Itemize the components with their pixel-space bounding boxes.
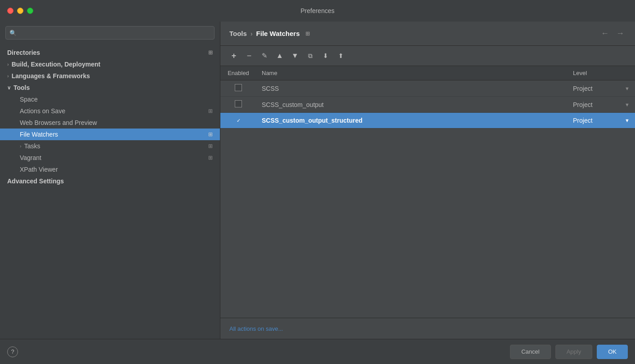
breadcrumb-settings-icon: ⊞: [305, 31, 310, 37]
content-area: Tools › File Watchers ⊞ ← → + − ✎ ▲ ▼ ⧉ …: [220, 22, 635, 339]
all-actions-on-save-link[interactable]: All actions on save...: [229, 325, 283, 332]
breadcrumb-separator: ›: [250, 30, 253, 37]
toolbar: + − ✎ ▲ ▼ ⧉ ⬇ ⬆: [220, 46, 635, 66]
search-box[interactable]: 🔍: [5, 26, 215, 40]
export-button[interactable]: ⬆: [335, 50, 347, 61]
sidebar-item-tasks[interactable]: › Tasks ⊞: [0, 140, 220, 152]
breadcrumb: Tools › File Watchers ⊞: [229, 30, 310, 37]
bottom-bar: ? Cancel Apply OK: [0, 339, 635, 364]
sidebar-item-file-watchers[interactable]: File Watchers ⊞: [0, 129, 220, 140]
breadcrumb-current: File Watchers: [256, 30, 300, 37]
level-cell: Project ▼: [568, 80, 635, 97]
watchers-table-area: Enabled Name Level SCSS Proj: [220, 66, 635, 318]
sidebar-item-actions-on-save[interactable]: Actions on Save ⊞: [0, 105, 220, 117]
directories-settings-icon: ⊞: [208, 49, 213, 56]
remove-button[interactable]: −: [243, 50, 255, 61]
table-header-row: Enabled Name Level: [220, 66, 635, 80]
help-button[interactable]: ?: [7, 346, 18, 357]
close-button[interactable]: [7, 8, 13, 14]
nav-forward-button[interactable]: →: [614, 28, 626, 39]
copy-button[interactable]: ⧉: [304, 50, 317, 61]
level-cell: Project ▼: [568, 97, 635, 113]
sidebar-item-space[interactable]: Space: [0, 93, 220, 105]
actions-on-save-icon: ⊞: [208, 108, 213, 114]
nav-arrows: ← →: [599, 28, 626, 39]
table-row[interactable]: ✓ SCSS_custom_output_structured Project …: [220, 113, 635, 129]
move-up-button[interactable]: ▲: [273, 50, 286, 61]
sidebar-item-web-browsers-preview[interactable]: Web Browsers and Preview: [0, 117, 220, 129]
window-controls: [7, 8, 33, 14]
nav-list: Directories ⊞ › Build, Execution, Deploy…: [0, 44, 220, 339]
minimize-button[interactable]: [17, 8, 23, 14]
import-button[interactable]: ⬇: [319, 50, 332, 61]
name-cell: SCSS_custom_output_structured: [256, 113, 568, 129]
col-header-name: Name: [256, 66, 568, 80]
enabled-cell[interactable]: [220, 80, 256, 97]
col-header-level: Level: [568, 66, 635, 80]
expand-arrow-tasks: ›: [20, 143, 22, 149]
expand-arrow-tools: ∨: [7, 85, 11, 91]
window-title: Preferences: [300, 7, 334, 14]
sidebar: 🔍 Directories ⊞ › Build, Execution, Depl…: [0, 22, 220, 339]
sidebar-item-xpath-viewer[interactable]: XPath Viewer: [0, 164, 220, 175]
expand-arrow-languages: ›: [7, 73, 9, 79]
enabled-checkbox[interactable]: [235, 100, 242, 107]
search-container: 🔍: [0, 22, 220, 44]
add-button[interactable]: +: [228, 50, 240, 61]
level-dropdown-arrow[interactable]: ▼: [625, 118, 630, 123]
search-icon: 🔍: [9, 30, 17, 36]
expand-arrow-build: ›: [7, 62, 9, 67]
col-header-enabled: Enabled: [220, 66, 256, 80]
enabled-checkbox[interactable]: [235, 84, 242, 91]
vagrant-icon: ⊞: [208, 155, 213, 161]
content-header: Tools › File Watchers ⊞ ← →: [220, 22, 635, 46]
table-body: SCSS Project ▼ SCSS_custom: [220, 80, 635, 129]
enabled-cell[interactable]: [220, 97, 256, 113]
bottom-buttons: Cancel Apply OK: [510, 345, 628, 359]
table-row[interactable]: SCSS Project ▼: [220, 80, 635, 97]
main-layout: 🔍 Directories ⊞ › Build, Execution, Depl…: [0, 22, 635, 339]
maximize-button[interactable]: [27, 8, 33, 14]
edit-button[interactable]: ✎: [258, 50, 271, 61]
level-cell: Project ▼: [568, 113, 635, 129]
cancel-button[interactable]: Cancel: [510, 345, 550, 359]
enabled-checkbox[interactable]: ✓: [235, 117, 242, 124]
move-down-button[interactable]: ▼: [289, 50, 301, 61]
sidebar-item-languages-frameworks[interactable]: › Languages & Frameworks: [0, 70, 220, 82]
enabled-cell[interactable]: ✓: [220, 113, 256, 129]
name-cell: SCSS_custom_output: [256, 97, 568, 113]
nav-back-button[interactable]: ←: [599, 28, 611, 39]
watchers-table: Enabled Name Level SCSS Proj: [220, 66, 635, 129]
level-value: Project: [573, 101, 593, 108]
titlebar: Preferences: [0, 0, 635, 22]
sidebar-item-build-exec-deploy[interactable]: › Build, Execution, Deployment: [0, 58, 220, 70]
level-value: Project: [573, 117, 593, 124]
sidebar-item-directories[interactable]: Directories ⊞: [0, 47, 220, 58]
search-input[interactable]: [19, 30, 210, 36]
level-dropdown-arrow[interactable]: ▼: [625, 86, 630, 91]
content-footer: All actions on save...: [220, 318, 635, 339]
sidebar-item-tools[interactable]: ∨ Tools: [0, 82, 220, 93]
apply-button[interactable]: Apply: [555, 345, 593, 359]
level-dropdown-arrow[interactable]: ▼: [625, 102, 630, 107]
table-row[interactable]: SCSS_custom_output Project ▼: [220, 97, 635, 113]
name-cell: SCSS: [256, 80, 568, 97]
file-watchers-icon: ⊞: [208, 131, 213, 138]
sidebar-item-advanced-settings[interactable]: Advanced Settings: [0, 175, 220, 187]
sidebar-item-vagrant[interactable]: Vagrant ⊞: [0, 152, 220, 164]
level-value: Project: [573, 85, 593, 92]
breadcrumb-parent: Tools: [229, 30, 247, 37]
tasks-icon: ⊞: [208, 143, 213, 149]
ok-button[interactable]: OK: [597, 345, 628, 359]
